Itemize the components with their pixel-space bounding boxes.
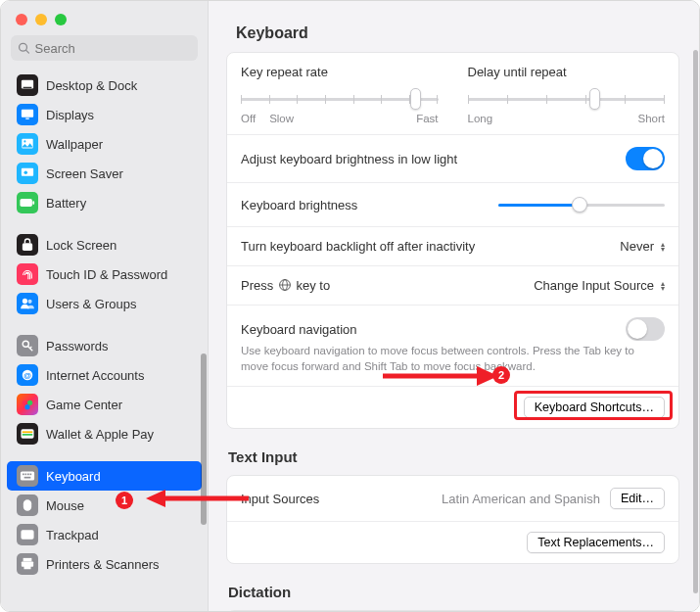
sidebar-item-touch-id[interactable]: Touch ID & Password: [7, 259, 202, 289]
fullscreen-window-button[interactable]: [55, 14, 67, 25]
text-input-section-title: Text Input: [228, 448, 679, 465]
svg-rect-29: [24, 477, 31, 479]
svg-rect-11: [32, 201, 34, 205]
mouse-icon: [17, 494, 38, 516]
sidebar-nav[interactable]: Desktop & DockDisplaysWallpaperScreen Sa…: [1, 71, 208, 611]
sidebar-item-game-center[interactable]: Game Center: [7, 390, 202, 419]
keyboard-navigation-desc: Use keyboard navigation to move focus be…: [241, 344, 665, 374]
keyboard-navigation-toggle[interactable]: [626, 317, 665, 341]
sidebar-item-passwords[interactable]: Passwords: [7, 331, 202, 360]
keyboard-card: Key repeat rate Off Slow Fast: [226, 52, 679, 429]
svg-rect-28: [30, 474, 32, 476]
keyboard-shortcuts-button[interactable]: Keyboard Shortcuts…: [524, 397, 665, 418]
sidebar-item-keyboard[interactable]: Keyboard: [7, 461, 202, 491]
svg-rect-31: [21, 530, 33, 540]
svg-rect-5: [25, 118, 29, 119]
sidebar-item-label: Users & Groups: [46, 297, 136, 311]
scale-short: Short: [638, 113, 666, 124]
sidebar-item-wallet[interactable]: Wallet & Apple Pay: [7, 419, 202, 448]
sidebar-item-label: Lock Screen: [46, 238, 117, 253]
sidebar-item-label: Wallpaper: [46, 137, 103, 152]
svg-point-18: [23, 400, 27, 405]
sidebar-item-printers[interactable]: Printers & Scanners: [7, 549, 202, 579]
content-scrollbar[interactable]: [693, 50, 698, 593]
text-input-card: Input Sources Latin American and Spanish…: [226, 475, 679, 564]
search-field[interactable]: [11, 35, 198, 61]
sidebar-item-trackpad[interactable]: Trackpad: [7, 520, 202, 549]
text-replacements-button[interactable]: Text Replacements…: [527, 532, 665, 553]
sidebar-item-label: Printers & Scanners: [46, 557, 160, 572]
system-settings-window: Desktop & DockDisplaysWallpaperScreen Sa…: [0, 0, 700, 612]
sidebar-item-label: Touch ID & Password: [46, 267, 167, 282]
keyboard-icon: [17, 465, 38, 487]
sidebar-item-label: Mouse: [46, 498, 84, 513]
wallet-icon: [17, 423, 38, 445]
input-sources-value: Latin American and Spanish: [442, 492, 600, 506]
svg-text:@: @: [23, 371, 31, 380]
svg-line-1: [26, 50, 29, 53]
press-globe-select[interactable]: Change Input Source ▴▾: [534, 278, 665, 293]
delay-until-repeat-col: Delay until repeat Long Short: [468, 65, 666, 124]
row-text-replacements: Text Replacements…: [227, 522, 678, 563]
page-header: Keyboard: [209, 1, 699, 52]
adjust-brightness-low-light-label: Adjust keyboard brightness in low light: [241, 152, 457, 166]
sidebar-scrollbar[interactable]: [201, 353, 207, 525]
lock-screen-icon: [17, 234, 38, 256]
chevron-updown-icon: ▴▾: [661, 281, 665, 291]
sidebar-item-displays[interactable]: Displays: [7, 100, 202, 129]
svg-rect-25: [23, 474, 24, 476]
sidebar: Desktop & DockDisplaysWallpaperScreen Sa…: [1, 1, 209, 611]
key-repeat-rate-slider[interactable]: [241, 89, 439, 109]
svg-point-20: [24, 404, 29, 409]
sidebar-item-label: Game Center: [46, 398, 122, 412]
sidebar-item-label: Keyboard: [46, 469, 101, 484]
svg-point-7: [23, 140, 25, 142]
row-press-globe: Press key to Change Input Source ▴▾: [227, 266, 678, 306]
svg-rect-23: [23, 434, 33, 436]
input-sources-label: Input Sources: [241, 492, 319, 506]
sidebar-item-wallpaper[interactable]: Wallpaper: [7, 129, 202, 159]
sidebar-item-screen-saver[interactable]: Screen Saver: [7, 159, 202, 188]
keyboard-brightness-slider[interactable]: [498, 195, 665, 214]
svg-point-13: [23, 299, 27, 304]
sidebar-item-label: Trackpad: [46, 528, 99, 542]
sidebar-item-label: Passwords: [46, 339, 109, 353]
row-adjust-brightness-low-light: Adjust keyboard brightness in low light: [227, 135, 678, 183]
scale-slow: Slow: [269, 113, 294, 124]
row-keyboard-navigation: Keyboard navigation Use keyboard navigat…: [227, 306, 678, 387]
settings-scroll[interactable]: Key repeat rate Off Slow Fast: [209, 52, 699, 612]
sidebar-item-battery[interactable]: Battery: [7, 188, 202, 217]
close-window-button[interactable]: [16, 14, 27, 25]
svg-rect-3: [23, 87, 32, 88]
press-globe-label: Press key to: [241, 278, 330, 293]
key-repeat-rate-label: Key repeat rate: [241, 65, 439, 79]
keyboard-brightness-label: Keyboard brightness: [241, 198, 357, 212]
svg-rect-32: [23, 558, 32, 562]
touch-id-icon: [17, 263, 38, 285]
keyboard-navigation-label: Keyboard navigation: [241, 322, 357, 337]
svg-rect-12: [23, 243, 32, 251]
sidebar-item-label: Battery: [46, 196, 86, 211]
svg-rect-26: [25, 474, 27, 476]
delay-until-repeat-slider[interactable]: [468, 89, 666, 109]
search-input[interactable]: [35, 41, 191, 56]
chevron-updown-icon: ▴▾: [661, 242, 665, 252]
sidebar-item-mouse[interactable]: Mouse: [7, 491, 202, 520]
globe-icon: [278, 278, 292, 292]
scale-off: Off: [241, 113, 256, 124]
sidebar-item-lock-screen[interactable]: Lock Screen: [7, 230, 202, 259]
printers-icon: [17, 553, 38, 575]
svg-point-9: [24, 170, 28, 174]
sidebar-item-users-groups[interactable]: Users & Groups: [7, 289, 202, 318]
input-sources-edit-button[interactable]: Edit…: [610, 488, 665, 509]
scale-fast: Fast: [416, 113, 438, 124]
battery-icon: [17, 192, 38, 213]
backlight-off-select[interactable]: Never ▴▾: [620, 239, 665, 254]
minimize-window-button[interactable]: [35, 14, 47, 25]
passwords-icon: [17, 335, 38, 356]
sidebar-item-desktop-dock[interactable]: Desktop & Dock: [7, 71, 202, 100]
sidebar-item-internet-accounts[interactable]: @Internet Accounts: [7, 360, 202, 390]
page-title: Keyboard: [236, 24, 672, 42]
adjust-brightness-low-light-toggle[interactable]: [626, 147, 665, 170]
svg-rect-30: [23, 499, 31, 511]
